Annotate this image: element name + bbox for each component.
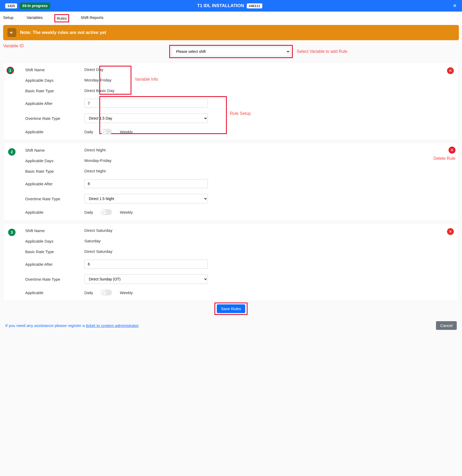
ref-badge: #46111 <box>247 3 262 8</box>
label-shift-name: Shift Name <box>8 68 84 72</box>
tab-bar: Setup Variables Rules Shift Reports <box>0 12 462 25</box>
delete-rule-button[interactable]: ✕ <box>447 228 454 235</box>
toggle-label-daily: Daily <box>84 290 93 295</box>
megaphone-icon <box>7 28 16 37</box>
annot-variable-info: Variable Info <box>135 77 158 82</box>
applicable-toggle[interactable]: ✓ <box>101 290 112 295</box>
toggle-label-daily: Daily <box>84 130 93 134</box>
note-text: Note: The weekly rules are not active ye… <box>20 30 106 35</box>
tab-shift-reports[interactable]: Shift Reports <box>81 15 104 21</box>
annot-variable-info-box <box>99 66 131 95</box>
shift-select[interactable]: Please select shift <box>172 47 290 56</box>
toggle-label-daily: Daily <box>84 210 93 214</box>
check-icon: ✓ <box>101 129 106 134</box>
value-shift-name: Direct Saturday <box>84 228 453 233</box>
label-basic-rate-type: Basic Rate Type <box>8 249 84 254</box>
value-basic-rate-type: Direct Night <box>84 169 453 173</box>
label-overtime-rate-type: Overtime Rate Type <box>8 116 84 121</box>
label-overtime-rate-type: Overtime Rate Type <box>8 277 84 281</box>
label-applicable-after: Applicable After <box>8 101 84 106</box>
rule-id-badge: 2 <box>8 148 16 156</box>
value-shift-name: Direct Day <box>84 67 453 72</box>
annot-rule-setup-box <box>99 96 227 134</box>
toggle-label-weekly: Weekly <box>120 210 133 214</box>
label-applicable-days: Applicable Days <box>8 78 84 83</box>
label-applicable-after: Applicable After <box>8 262 84 267</box>
tab-setup[interactable]: Setup <box>3 15 13 21</box>
check-icon: ✓ <box>101 290 106 295</box>
label-basic-rate-type: Basic Rate Type <box>8 89 84 93</box>
applicable-after-input[interactable] <box>84 179 208 188</box>
delete-rule-button[interactable]: ✕ <box>449 147 455 153</box>
rule-panel: 1 ✕ Variable Info Rule Setup Shift Name … <box>3 62 459 140</box>
save-rules-button[interactable]: Save Rules <box>217 304 245 313</box>
label-overtime-rate-type: Overtime Rate Type <box>8 197 84 201</box>
close-icon[interactable]: ✕ <box>453 3 457 9</box>
rule-panel: 2 ✕ Delete Rule Shift Name Direct Night … <box>3 143 459 221</box>
ticket-link[interactable]: ticket to system administrator <box>86 323 138 328</box>
rule-id-badge: 3 <box>8 229 16 236</box>
status-badge: 03-In progress <box>20 3 50 9</box>
value-shift-name: Direct Night <box>84 148 453 152</box>
check-icon: ✓ <box>101 210 106 214</box>
footer: If you need any assistance please regist… <box>0 319 462 336</box>
label-applicable: Applicable <box>8 210 84 214</box>
label-applicable: Applicable <box>8 290 84 295</box>
label-basic-rate-type: Basic Rate Type <box>8 169 84 173</box>
label-applicable-days: Applicable Days <box>8 239 84 243</box>
value-applicable-days: Saturday <box>84 239 453 243</box>
applicable-toggle[interactable]: ✓ <box>101 209 112 215</box>
project-number-badge: 1425 <box>5 3 17 8</box>
note-banner: Note: The weekly rules are not active ye… <box>3 25 459 40</box>
rule-id-badge: 1 <box>7 67 14 74</box>
value-applicable-days: Monday-Friday <box>84 158 453 163</box>
tab-variables[interactable]: Variables <box>27 15 43 21</box>
overtime-rate-select[interactable]: Direct 1.5 Night <box>84 194 208 203</box>
modal-header: 1425 03-In progress T1 IDL INSTALLATION … <box>0 0 462 12</box>
rule-panel: 3 ✕ Shift Name Direct Saturday Applicabl… <box>3 223 459 301</box>
label-shift-name: Shift Name <box>8 228 84 233</box>
footer-text: If you need any assistance please regist… <box>5 323 86 328</box>
value-basic-rate-type: Direct Basic Day <box>84 88 453 93</box>
applicable-after-input[interactable] <box>84 260 208 269</box>
annot-delete-rule: Delete Rule <box>433 156 455 161</box>
toggle-label-weekly: Weekly <box>120 290 133 295</box>
annot-variable-id: Variable ID <box>3 44 24 48</box>
cancel-button[interactable]: Cancel <box>436 321 457 330</box>
delete-rule-button[interactable]: ✕ <box>447 67 454 74</box>
overtime-rate-select[interactable]: Direct Sunday (OT) <box>84 274 208 284</box>
title-text: T1 IDL INSTALLATION <box>197 3 244 8</box>
annot-select-variable: Select Variable to add Rule <box>297 49 347 54</box>
label-shift-name: Shift Name <box>8 148 84 152</box>
label-applicable: Applicable <box>8 130 84 134</box>
label-applicable-days: Applicable Days <box>8 158 84 163</box>
label-applicable-after: Applicable After <box>8 182 84 186</box>
footer-post: . <box>138 323 140 328</box>
shift-select-row: Variable ID Please select shift Select V… <box>0 45 462 58</box>
applicable-toggle[interactable]: ✓ <box>101 129 112 135</box>
annot-rule-setup: Rule Setup <box>230 111 251 116</box>
value-basic-rate-type: Direct Saturday <box>84 249 453 254</box>
page-title: T1 IDL INSTALLATION #46111 <box>197 3 265 8</box>
tab-rules[interactable]: Rules <box>54 14 69 22</box>
